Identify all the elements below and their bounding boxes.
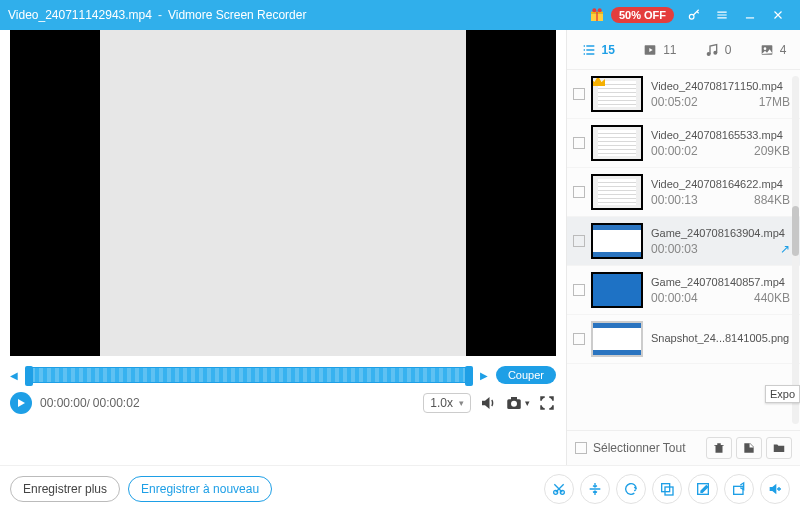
item-thumbnail[interactable] xyxy=(591,321,643,357)
item-filename: Video_240708171150.mp4 xyxy=(651,80,790,92)
volume-icon[interactable] xyxy=(479,394,497,412)
item-checkbox[interactable] xyxy=(573,186,585,198)
item-thumbnail[interactable] xyxy=(591,125,643,161)
merge-tool-icon[interactable] xyxy=(652,474,682,504)
item-info: Snapshot_24...8141005.png xyxy=(651,332,790,347)
main-area: ◀ ▶ Couper 00:00:00/ 00:00:02 1.0x▾ ▾ 15… xyxy=(0,30,800,465)
share-icon[interactable]: ↗ xyxy=(780,242,790,256)
svg-rect-19 xyxy=(734,486,743,494)
volume-tool-icon[interactable] xyxy=(760,474,790,504)
player-panel: ◀ ▶ Couper 00:00:00/ 00:00:02 1.0x▾ ▾ xyxy=(0,30,567,465)
item-info: Game_240708163904.mp400:00:03↗ xyxy=(651,227,790,256)
compress-tool-icon[interactable] xyxy=(580,474,610,504)
item-checkbox[interactable] xyxy=(573,235,585,247)
fullscreen-icon[interactable] xyxy=(538,394,556,412)
item-duration: 00:00:13 xyxy=(651,193,698,207)
close-icon[interactable] xyxy=(764,1,792,29)
rename-button[interactable] xyxy=(736,437,762,459)
svg-point-3 xyxy=(592,8,596,12)
item-filename: Snapshot_24...8141005.png xyxy=(651,332,790,344)
item-duration: 00:00:03 xyxy=(651,242,698,256)
list-item[interactable]: Game_240708140857.mp400:00:04440KB xyxy=(567,266,800,315)
svg-point-4 xyxy=(598,8,602,12)
app-name: Vidmore Screen Recorder xyxy=(168,8,307,22)
menu-icon[interactable] xyxy=(708,1,736,29)
item-size: 884KB xyxy=(754,193,790,207)
item-size: 209KB xyxy=(754,144,790,158)
item-filename: Game_240708163904.mp4 xyxy=(651,227,790,239)
svg-point-13 xyxy=(763,47,766,50)
item-thumbnail[interactable] xyxy=(591,272,643,308)
trim-handle-right[interactable] xyxy=(465,366,473,386)
item-checkbox[interactable] xyxy=(573,284,585,296)
delete-button[interactable] xyxy=(706,437,732,459)
trim-tool-icon[interactable] xyxy=(544,474,574,504)
tab-audio[interactable]: 0 xyxy=(704,42,732,58)
export-tool-icon[interactable] xyxy=(724,474,754,504)
tab-image[interactable]: 4 xyxy=(759,42,787,58)
item-checkbox[interactable] xyxy=(573,333,585,345)
item-size: 440KB xyxy=(754,291,790,305)
scrollbar-thumb[interactable] xyxy=(792,206,799,256)
svg-rect-2 xyxy=(596,12,597,21)
svg-point-10 xyxy=(707,52,710,55)
item-checkbox[interactable] xyxy=(573,88,585,100)
item-info: Game_240708140857.mp400:00:04440KB xyxy=(651,276,790,305)
item-duration: 00:00:02 xyxy=(651,144,698,158)
tab-list[interactable]: 15 xyxy=(581,42,615,58)
item-size: 17MB xyxy=(759,95,790,109)
item-duration: 00:05:02 xyxy=(651,95,698,109)
scrollbar[interactable] xyxy=(792,76,799,424)
playback-time: 00:00:00/ 00:00:02 xyxy=(40,396,140,410)
item-info: Video_240708171150.mp400:05:0217MB xyxy=(651,80,790,109)
gift-icon[interactable] xyxy=(589,7,605,23)
item-filename: Video_240708165533.mp4 xyxy=(651,129,790,141)
media-list[interactable]: Expo Video_240708171150.mp400:05:0217MBV… xyxy=(567,70,800,430)
speed-select[interactable]: 1.0x▾ xyxy=(423,393,471,413)
trim-start-caret[interactable]: ◀ xyxy=(10,370,18,381)
convert-tool-icon[interactable] xyxy=(616,474,646,504)
trim-handle-left[interactable] xyxy=(25,366,33,386)
minimize-icon[interactable] xyxy=(736,1,764,29)
item-thumbnail[interactable] xyxy=(591,76,643,112)
item-info: Video_240708165533.mp400:00:02209KB xyxy=(651,129,790,158)
export-tooltip: Expo xyxy=(765,385,800,403)
library-footer: Sélectionner Tout xyxy=(567,430,800,465)
player-controls: 00:00:00/ 00:00:02 1.0x▾ ▾ xyxy=(10,392,556,414)
item-thumbnail[interactable] xyxy=(591,174,643,210)
svg-point-11 xyxy=(714,51,717,54)
play-button[interactable] xyxy=(10,392,32,414)
list-item[interactable]: Snapshot_24...8141005.png xyxy=(567,315,800,364)
snapshot-icon[interactable]: ▾ xyxy=(505,394,530,412)
record-again-button[interactable]: Enregistrer à nouveau xyxy=(128,476,272,502)
record-more-button[interactable]: Enregistrer plus xyxy=(10,476,120,502)
discount-badge[interactable]: 50% OFF xyxy=(611,7,674,23)
video-preview[interactable] xyxy=(10,30,556,356)
item-thumbnail[interactable] xyxy=(591,223,643,259)
current-file: Video_240711142943.mp4 xyxy=(8,8,152,22)
library-tabs: 15 11 0 4 xyxy=(567,30,800,70)
list-item[interactable]: Game_240708163904.mp400:00:03↗ xyxy=(567,217,800,266)
media-library: 15 11 0 4 Expo Video_240708171150.mp400:… xyxy=(567,30,800,465)
svg-point-5 xyxy=(689,14,694,19)
list-item[interactable]: Video_240708165533.mp400:00:02209KB xyxy=(567,119,800,168)
title-separator: - xyxy=(158,8,162,22)
select-all-checkbox[interactable] xyxy=(575,442,587,454)
select-all-label: Sélectionner Tout xyxy=(593,441,686,455)
list-item[interactable]: Video_240708164622.mp400:00:13884KB xyxy=(567,168,800,217)
trim-track[interactable] xyxy=(26,367,472,383)
trim-bar: ◀ ▶ Couper xyxy=(10,366,556,384)
svg-point-7 xyxy=(511,401,517,407)
open-folder-button[interactable] xyxy=(766,437,792,459)
item-duration: 00:00:04 xyxy=(651,291,698,305)
svg-rect-8 xyxy=(511,397,517,400)
cut-button[interactable]: Couper xyxy=(496,366,556,384)
trim-end-caret[interactable]: ▶ xyxy=(480,370,488,381)
tab-video[interactable]: 11 xyxy=(642,42,676,58)
bottom-toolbar: Enregistrer plus Enregistrer à nouveau xyxy=(0,465,800,512)
edit-tool-icon[interactable] xyxy=(688,474,718,504)
item-checkbox[interactable] xyxy=(573,137,585,149)
key-icon[interactable] xyxy=(680,1,708,29)
item-filename: Game_240708140857.mp4 xyxy=(651,276,790,288)
list-item[interactable]: Video_240708171150.mp400:05:0217MB xyxy=(567,70,800,119)
